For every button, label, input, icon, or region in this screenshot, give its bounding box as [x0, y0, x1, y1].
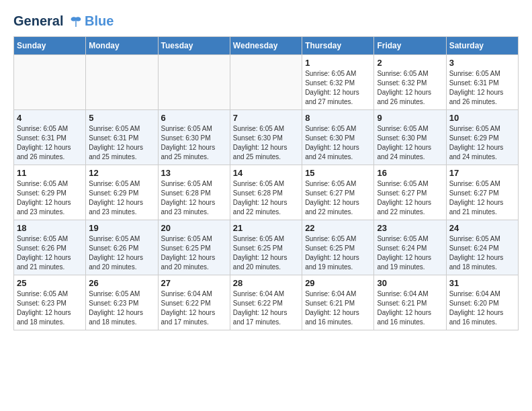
calendar-cell: 22Sunrise: 6:05 AM Sunset: 6:25 PM Dayli…: [302, 220, 374, 275]
calendar-cell: 26Sunrise: 6:05 AM Sunset: 6:23 PM Dayli…: [86, 275, 158, 330]
calendar-week-row: 1Sunrise: 6:05 AM Sunset: 6:32 PM Daylig…: [14, 54, 519, 109]
day-info: Sunrise: 6:04 AM Sunset: 6:20 PM Dayligh…: [449, 289, 515, 327]
calendar-cell: 8Sunrise: 6:05 AM Sunset: 6:30 PM Daylig…: [302, 109, 374, 165]
day-number: 31: [449, 278, 515, 288]
calendar-cell: 12Sunrise: 6:05 AM Sunset: 6:29 PM Dayli…: [86, 165, 158, 220]
calendar-cell: 6Sunrise: 6:05 AM Sunset: 6:30 PM Daylig…: [158, 109, 230, 165]
day-info: Sunrise: 6:05 AM Sunset: 6:30 PM Dayligh…: [233, 124, 299, 162]
day-number: 9: [377, 113, 443, 123]
calendar-cell: 24Sunrise: 6:05 AM Sunset: 6:24 PM Dayli…: [446, 220, 518, 275]
day-info: Sunrise: 6:05 AM Sunset: 6:32 PM Dayligh…: [377, 69, 443, 107]
day-info: Sunrise: 6:04 AM Sunset: 6:21 PM Dayligh…: [305, 289, 371, 327]
logo: General Blue: [13, 13, 114, 30]
logo-line1: General: [13, 13, 63, 28]
weekday-header-friday: Friday: [374, 36, 446, 54]
day-number: 24: [449, 223, 515, 233]
calendar-cell: 18Sunrise: 6:05 AM Sunset: 6:26 PM Dayli…: [14, 220, 86, 275]
day-info: Sunrise: 6:05 AM Sunset: 6:29 PM Dayligh…: [89, 179, 154, 217]
day-number: 4: [17, 113, 83, 123]
day-info: Sunrise: 6:04 AM Sunset: 6:22 PM Dayligh…: [161, 289, 227, 327]
calendar-week-row: 11Sunrise: 6:05 AM Sunset: 6:29 PM Dayli…: [14, 165, 519, 220]
day-info: Sunrise: 6:05 AM Sunset: 6:31 PM Dayligh…: [89, 124, 154, 162]
calendar-cell: 21Sunrise: 6:05 AM Sunset: 6:25 PM Dayli…: [230, 220, 302, 275]
day-number: 17: [449, 168, 515, 178]
day-info: Sunrise: 6:05 AM Sunset: 6:30 PM Dayligh…: [377, 124, 443, 162]
day-number: 25: [17, 278, 83, 288]
calendar-cell: [86, 54, 158, 109]
day-info: Sunrise: 6:05 AM Sunset: 6:31 PM Dayligh…: [17, 124, 83, 162]
calendar-cell: 28Sunrise: 6:04 AM Sunset: 6:22 PM Dayli…: [230, 275, 302, 330]
calendar-cell: 30Sunrise: 6:04 AM Sunset: 6:21 PM Dayli…: [374, 275, 446, 330]
calendar-cell: 15Sunrise: 6:05 AM Sunset: 6:27 PM Dayli…: [302, 165, 374, 220]
day-number: 18: [17, 223, 83, 233]
logo-line2: Blue: [85, 13, 114, 28]
calendar-cell: 23Sunrise: 6:05 AM Sunset: 6:24 PM Dayli…: [374, 220, 446, 275]
day-info: Sunrise: 6:05 AM Sunset: 6:26 PM Dayligh…: [89, 234, 154, 272]
day-info: Sunrise: 6:04 AM Sunset: 6:22 PM Dayligh…: [233, 289, 299, 327]
day-info: Sunrise: 6:05 AM Sunset: 6:25 PM Dayligh…: [305, 234, 371, 272]
day-number: 8: [305, 113, 371, 123]
calendar-cell: 14Sunrise: 6:05 AM Sunset: 6:28 PM Dayli…: [230, 165, 302, 220]
logo-bird-icon: [69, 15, 83, 30]
day-number: 19: [89, 223, 154, 233]
weekday-header-wednesday: Wednesday: [230, 36, 302, 54]
calendar-cell: 13Sunrise: 6:05 AM Sunset: 6:28 PM Dayli…: [158, 165, 230, 220]
day-number: 3: [449, 58, 515, 68]
calendar-cell: 29Sunrise: 6:04 AM Sunset: 6:21 PM Dayli…: [302, 275, 374, 330]
calendar-cell: 10Sunrise: 6:05 AM Sunset: 6:29 PM Dayli…: [446, 109, 518, 165]
day-info: Sunrise: 6:05 AM Sunset: 6:26 PM Dayligh…: [17, 234, 83, 272]
day-info: Sunrise: 6:05 AM Sunset: 6:30 PM Dayligh…: [305, 124, 371, 162]
day-number: 30: [377, 278, 443, 288]
calendar-cell: 27Sunrise: 6:04 AM Sunset: 6:22 PM Dayli…: [158, 275, 230, 330]
day-number: 21: [233, 223, 299, 233]
day-number: 26: [89, 278, 154, 288]
calendar-cell: 11Sunrise: 6:05 AM Sunset: 6:29 PM Dayli…: [14, 165, 86, 220]
day-number: 29: [305, 278, 371, 288]
day-info: Sunrise: 6:05 AM Sunset: 6:30 PM Dayligh…: [161, 124, 227, 162]
calendar-cell: 5Sunrise: 6:05 AM Sunset: 6:31 PM Daylig…: [86, 109, 158, 165]
weekday-header-sunday: Sunday: [14, 36, 86, 54]
day-number: 6: [161, 113, 227, 123]
day-info: Sunrise: 6:04 AM Sunset: 6:21 PM Dayligh…: [377, 289, 443, 327]
calendar-cell: 4Sunrise: 6:05 AM Sunset: 6:31 PM Daylig…: [14, 109, 86, 165]
day-number: 28: [233, 278, 299, 288]
calendar-cell: 19Sunrise: 6:05 AM Sunset: 6:26 PM Dayli…: [86, 220, 158, 275]
day-number: 14: [233, 168, 299, 178]
day-info: Sunrise: 6:05 AM Sunset: 6:29 PM Dayligh…: [17, 179, 83, 217]
day-number: 10: [449, 113, 515, 123]
calendar-cell: [158, 54, 230, 109]
day-info: Sunrise: 6:05 AM Sunset: 6:24 PM Dayligh…: [449, 234, 515, 272]
day-info: Sunrise: 6:05 AM Sunset: 6:28 PM Dayligh…: [233, 179, 299, 217]
day-number: 7: [233, 113, 299, 123]
calendar-cell: 17Sunrise: 6:05 AM Sunset: 6:27 PM Dayli…: [446, 165, 518, 220]
day-number: 15: [305, 168, 371, 178]
day-info: Sunrise: 6:05 AM Sunset: 6:25 PM Dayligh…: [233, 234, 299, 272]
calendar-cell: 7Sunrise: 6:05 AM Sunset: 6:30 PM Daylig…: [230, 109, 302, 165]
day-info: Sunrise: 6:05 AM Sunset: 6:25 PM Dayligh…: [161, 234, 227, 272]
day-number: 5: [89, 113, 154, 123]
day-info: Sunrise: 6:05 AM Sunset: 6:29 PM Dayligh…: [449, 124, 515, 162]
day-info: Sunrise: 6:05 AM Sunset: 6:27 PM Dayligh…: [377, 179, 443, 217]
calendar-week-row: 25Sunrise: 6:05 AM Sunset: 6:23 PM Dayli…: [14, 275, 519, 330]
day-number: 13: [161, 168, 227, 178]
day-number: 22: [305, 223, 371, 233]
calendar-cell: 25Sunrise: 6:05 AM Sunset: 6:23 PM Dayli…: [14, 275, 86, 330]
day-info: Sunrise: 6:05 AM Sunset: 6:32 PM Dayligh…: [305, 69, 371, 107]
weekday-header-monday: Monday: [86, 36, 158, 54]
calendar-cell: 1Sunrise: 6:05 AM Sunset: 6:32 PM Daylig…: [302, 54, 374, 109]
day-number: 11: [17, 168, 83, 178]
weekday-header-tuesday: Tuesday: [158, 36, 230, 54]
day-number: 1: [305, 58, 371, 68]
calendar-cell: 31Sunrise: 6:04 AM Sunset: 6:20 PM Dayli…: [446, 275, 518, 330]
day-number: 23: [377, 223, 443, 233]
day-info: Sunrise: 6:05 AM Sunset: 6:28 PM Dayligh…: [161, 179, 227, 217]
day-number: 20: [161, 223, 227, 233]
day-info: Sunrise: 6:05 AM Sunset: 6:27 PM Dayligh…: [305, 179, 371, 217]
day-info: Sunrise: 6:05 AM Sunset: 6:24 PM Dayligh…: [377, 234, 443, 272]
day-info: Sunrise: 6:05 AM Sunset: 6:23 PM Dayligh…: [89, 289, 154, 327]
day-info: Sunrise: 6:05 AM Sunset: 6:23 PM Dayligh…: [17, 289, 83, 327]
day-number: 27: [161, 278, 227, 288]
day-info: Sunrise: 6:05 AM Sunset: 6:27 PM Dayligh…: [449, 179, 515, 217]
day-info: Sunrise: 6:05 AM Sunset: 6:31 PM Dayligh…: [449, 69, 515, 107]
calendar-cell: 2Sunrise: 6:05 AM Sunset: 6:32 PM Daylig…: [374, 54, 446, 109]
